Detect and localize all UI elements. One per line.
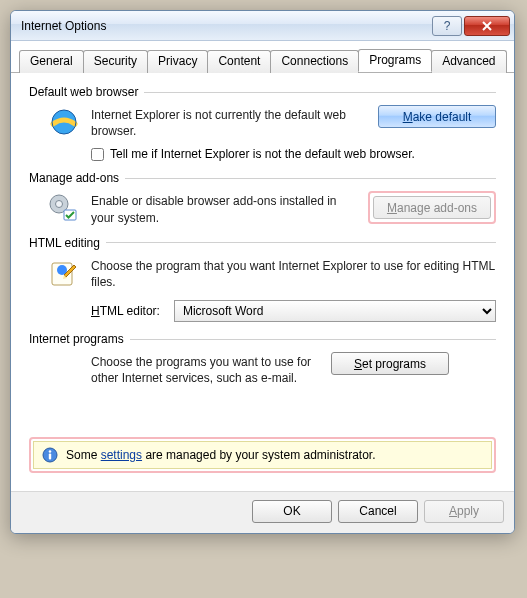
group-title-internet-programs: Internet programs [29, 332, 124, 346]
addons-desc: Enable or disable browser add-ons instal… [91, 191, 358, 225]
addons-icon [47, 191, 81, 225]
internet-options-dialog: Internet Options ? General Security Priv… [10, 10, 515, 534]
svg-point-3 [56, 201, 63, 208]
programs-desc: Choose the programs you want to use for … [91, 352, 321, 386]
group-title-addons: Manage add-ons [29, 171, 119, 185]
tell-me-default-label: Tell me if Internet Explorer is not the … [110, 147, 415, 161]
manage-addons-button: Manage add-ons [373, 196, 491, 219]
tell-me-default-checkbox[interactable] [91, 148, 104, 161]
ok-button[interactable]: OK [252, 500, 332, 523]
tab-privacy[interactable]: Privacy [147, 50, 208, 73]
tab-advanced[interactable]: Advanced [431, 50, 506, 73]
tabstrip: General Security Privacy Content Connect… [11, 41, 514, 73]
svg-point-8 [49, 450, 52, 453]
tab-programs[interactable]: Programs [358, 49, 432, 72]
tab-content-area: Default web browser Internet Explorer is… [11, 73, 514, 491]
addons-callout: Manage add-ons [368, 191, 496, 224]
html-editor-label: HTML editor: [91, 304, 160, 318]
group-title-default-browser: Default web browser [29, 85, 138, 99]
tab-connections[interactable]: Connections [270, 50, 359, 73]
window-title: Internet Options [21, 19, 430, 33]
info-callout: Some settings are managed by your system… [29, 437, 496, 473]
tab-content[interactable]: Content [207, 50, 271, 73]
group-title-html-editing: HTML editing [29, 236, 100, 250]
default-browser-desc: Internet Explorer is not currently the d… [91, 105, 368, 139]
settings-link[interactable]: settings [101, 448, 142, 462]
html-editor-select[interactable]: Microsoft Word [174, 300, 496, 322]
tab-security[interactable]: Security [83, 50, 148, 73]
tab-general[interactable]: General [19, 50, 84, 73]
close-button[interactable] [464, 16, 510, 36]
admin-info-bar: Some settings are managed by your system… [33, 441, 492, 469]
html-editing-desc: Choose the program that you want Interne… [91, 256, 496, 290]
set-programs-button[interactable]: Set programs [331, 352, 449, 375]
group-addons: Manage add-ons Enable or disable browser… [29, 171, 496, 225]
help-button[interactable]: ? [432, 16, 462, 36]
cancel-button[interactable]: Cancel [338, 500, 418, 523]
info-icon [42, 447, 58, 463]
svg-rect-9 [49, 453, 51, 459]
group-internet-programs: Internet programs Choose the programs yo… [29, 332, 496, 386]
make-default-button[interactable]: Make default [378, 105, 496, 128]
ie-icon [47, 105, 81, 139]
html-edit-icon [47, 256, 81, 290]
titlebar[interactable]: Internet Options ? [11, 11, 514, 41]
group-default-browser: Default web browser Internet Explorer is… [29, 85, 496, 161]
admin-info-text: Some settings are managed by your system… [66, 448, 375, 462]
dialog-buttons: OK Cancel Apply [11, 491, 514, 533]
apply-button: Apply [424, 500, 504, 523]
close-icon [482, 21, 492, 31]
group-html-editing: HTML editing Choose the program that you… [29, 236, 496, 322]
